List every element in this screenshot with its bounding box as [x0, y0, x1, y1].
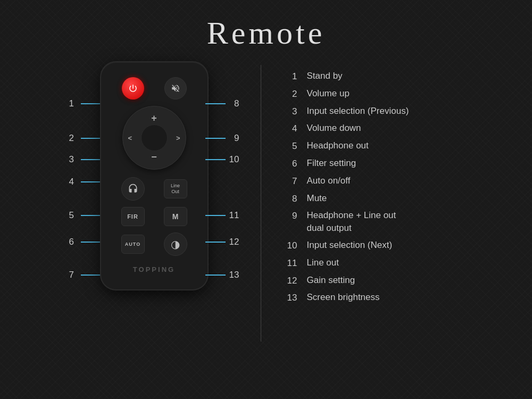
legend-text-7: Auto on/off	[307, 174, 351, 187]
prev-button[interactable]: <	[128, 134, 132, 142]
legend-num-4: 4	[282, 122, 307, 135]
annotation-10: 10	[205, 154, 239, 165]
annotation-13: 13	[205, 270, 239, 280]
annotation-4: 4	[69, 177, 101, 187]
ann-13-num: 13	[229, 270, 239, 280]
mute-button[interactable]	[164, 77, 187, 99]
line-out-button[interactable]: LineOut	[164, 179, 187, 198]
dpad-center	[141, 124, 168, 151]
legend-num-5: 5	[282, 139, 307, 153]
dpad-wheel[interactable]: + − < >	[122, 106, 186, 170]
divider	[261, 65, 261, 342]
remote-section: 1 2 3 4 5 6 7	[69, 62, 239, 289]
page-title: Remote	[0, 0, 532, 62]
ann-11-line	[205, 215, 226, 216]
legend-text-11: Line out	[307, 256, 339, 269]
ann-8-num: 8	[229, 98, 239, 109]
legend-text-5: Headphone out	[307, 139, 369, 152]
legend-num-6: 6	[282, 157, 307, 170]
ann-10-num: 10	[229, 154, 239, 165]
brand-label: TOPPING	[112, 265, 197, 273]
legend-item-9: 9 Headphone + Line outdual output	[282, 207, 463, 237]
ann-5-num: 5	[69, 210, 78, 221]
legend-item-10: 10 Input selection (Next)	[282, 237, 463, 254]
ann-9-line	[205, 138, 226, 139]
auto-label: AUTO	[125, 242, 140, 247]
remote-body: + − < > LineOut	[101, 62, 207, 289]
annotation-12: 12	[205, 237, 239, 247]
legend-text-9: Headphone + Line outdual output	[307, 209, 396, 235]
legend-item-13: 13 Screen brightness	[282, 289, 463, 306]
dpad-container: + − < >	[122, 106, 186, 170]
legend-num-13: 13	[282, 291, 307, 304]
legend-item-11: 11 Line out	[282, 254, 463, 272]
ann-4-line	[81, 181, 101, 182]
m-button[interactable]: M	[164, 207, 187, 226]
ann-3-num: 3	[69, 154, 78, 165]
legend-item-2: 2 Volume up	[282, 85, 463, 103]
line-out-label: LineOut	[171, 183, 180, 195]
next-button[interactable]: >	[176, 134, 180, 142]
ann-6-line	[81, 242, 101, 243]
legend-item-1: 1 Stand by	[282, 68, 463, 85]
annotation-7: 7	[69, 270, 101, 280]
legend-num-1: 1	[282, 70, 307, 83]
brightness-button[interactable]: ◑	[164, 232, 187, 256]
ann-12-num: 12	[229, 237, 239, 247]
legend-item-5: 5 Headphone out	[282, 137, 463, 155]
legend-section: 1 Stand by 2 Volume up 3 Input selection…	[282, 62, 463, 306]
ann-12-line	[205, 242, 226, 243]
auto-button[interactable]: AUTO	[121, 235, 145, 254]
ann-1-line	[81, 103, 101, 104]
volume-down-button[interactable]: −	[151, 152, 157, 163]
legend-text-12: Gain setting	[307, 274, 355, 287]
annotation-5: 5	[69, 210, 101, 221]
legend-text-2: Volume up	[307, 87, 350, 100]
legend-item-7: 7 Auto on/off	[282, 172, 463, 190]
ann-9-num: 9	[229, 133, 239, 144]
legend-text-6: Filter setting	[307, 157, 356, 170]
fir-button[interactable]: FIR	[121, 207, 145, 226]
power-icon	[128, 84, 138, 93]
legend-num-7: 7	[282, 174, 307, 188]
annotation-2: 2	[69, 133, 101, 144]
ann-6-num: 6	[69, 237, 78, 247]
ann-7-num: 7	[69, 270, 78, 280]
legend-item-8: 8 Mute	[282, 190, 463, 207]
ann-8-line	[205, 103, 226, 104]
legend-num-2: 2	[282, 87, 307, 101]
legend-text-1: Stand by	[307, 70, 343, 82]
ann-4-num: 4	[69, 177, 78, 187]
power-button[interactable]	[122, 77, 144, 99]
legend-item-4: 4 Volume down	[282, 120, 463, 137]
annotation-6: 6	[69, 237, 101, 247]
legend-num-9: 9	[282, 209, 307, 222]
volume-up-button[interactable]: +	[151, 113, 157, 124]
ann-13-line	[205, 275, 226, 276]
remote-row-3: LineOut	[112, 177, 197, 201]
ann-3-line	[81, 159, 101, 160]
remote-row-1	[112, 77, 197, 99]
headphone-icon	[128, 184, 138, 194]
m-label: M	[172, 212, 179, 221]
legend-text-10: Input selection (Next)	[307, 239, 393, 252]
remote-row-5: AUTO ◑	[112, 232, 197, 256]
annotation-1: 1	[69, 98, 101, 109]
legend-item-12: 12 Gain setting	[282, 272, 463, 289]
legend-text-4: Volume down	[307, 122, 361, 135]
legend-num-12: 12	[282, 274, 307, 287]
headphone-button[interactable]	[121, 177, 145, 201]
fir-label: FIR	[127, 213, 138, 220]
ann-11-num: 11	[229, 210, 239, 221]
legend-text-13: Screen brightness	[307, 291, 380, 304]
main-content: 1 2 3 4 5 6 7	[0, 62, 532, 342]
ann-2-num: 2	[69, 133, 78, 144]
legend-item-6: 6 Filter setting	[282, 155, 463, 172]
ann-10-line	[205, 159, 226, 160]
annotation-8: 8	[205, 98, 239, 109]
remote-row-4: FIR M	[112, 207, 197, 226]
legend-num-8: 8	[282, 192, 307, 205]
legend-num-3: 3	[282, 105, 307, 118]
legend-num-10: 10	[282, 239, 307, 252]
ann-1-num: 1	[69, 98, 78, 109]
